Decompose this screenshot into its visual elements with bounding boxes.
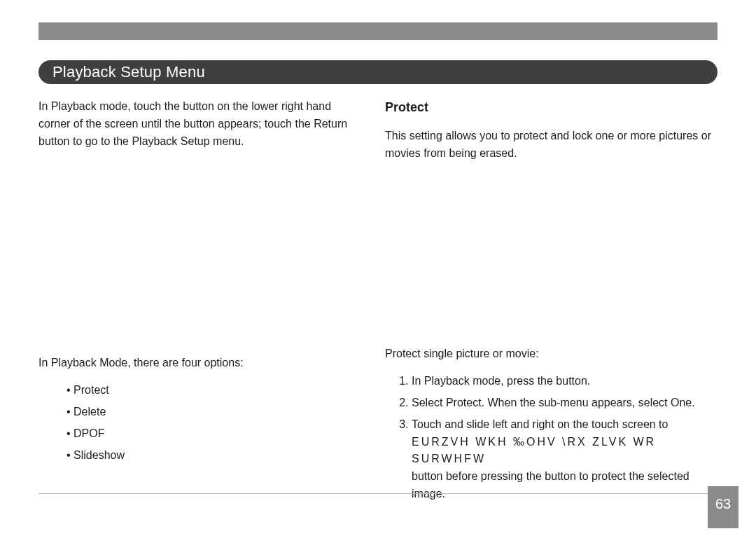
step-garbled-text: EURZVH WKH ‰OHV \RX ZLVK WR SURWHFW (412, 436, 656, 465)
manual-page: Playback Setup Menu In Playback mode, to… (0, 0, 756, 550)
steps-list: In Playback mode, press the button. Sele… (385, 373, 718, 503)
section-title-bar: Playback Setup Menu (38, 60, 718, 84)
list-item: DPOF (66, 425, 360, 443)
step-item: Touch and slide left and right on the to… (412, 416, 718, 503)
left-column: In Playback mode, touch the button on th… (38, 98, 378, 497)
page-number-tab: 63 (708, 486, 738, 528)
protect-heading: Protect (385, 98, 718, 118)
page-number: 63 (715, 496, 731, 512)
step-text: button before pressing the button to pro… (412, 470, 690, 500)
list-item: Delete (66, 404, 360, 421)
step-item: In Playback mode, press the button. (412, 373, 718, 390)
image-placeholder-left (38, 160, 360, 355)
section-title: Playback Setup Menu (52, 63, 205, 81)
steps-label: Protect single picture or movie: (385, 345, 718, 363)
options-intro: In Playback Mode, there are four options… (38, 355, 360, 372)
step-item: Select Protect. When the sub-menu appear… (412, 394, 718, 412)
options-list: Protect Delete DPOF Slideshow (38, 382, 360, 464)
intro-paragraph: In Playback mode, touch the button on th… (38, 98, 360, 150)
list-item: Protect (66, 382, 360, 399)
protect-description: This setting allows you to protect and l… (385, 128, 718, 163)
list-item: Slideshow (66, 447, 360, 465)
footer-rule (38, 493, 718, 494)
right-column: Protect This setting allows you to prote… (378, 98, 718, 497)
content-area: In Playback mode, touch the button on th… (38, 98, 718, 497)
image-placeholder-right (385, 172, 718, 345)
top-gray-band (38, 22, 718, 40)
step-text: Touch and slide left and right on the to… (412, 418, 668, 430)
